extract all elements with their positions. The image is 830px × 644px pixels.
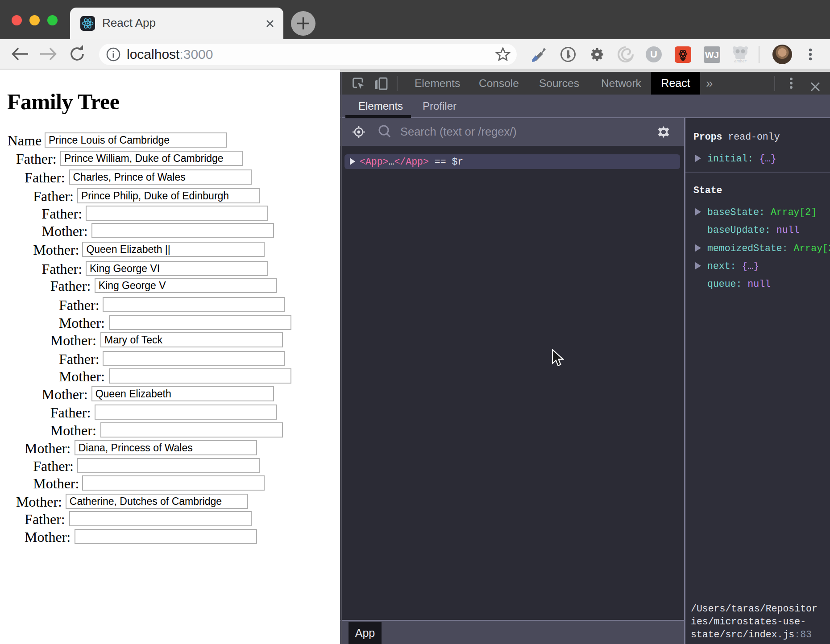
svg-text:ember: ember: [734, 58, 747, 63]
